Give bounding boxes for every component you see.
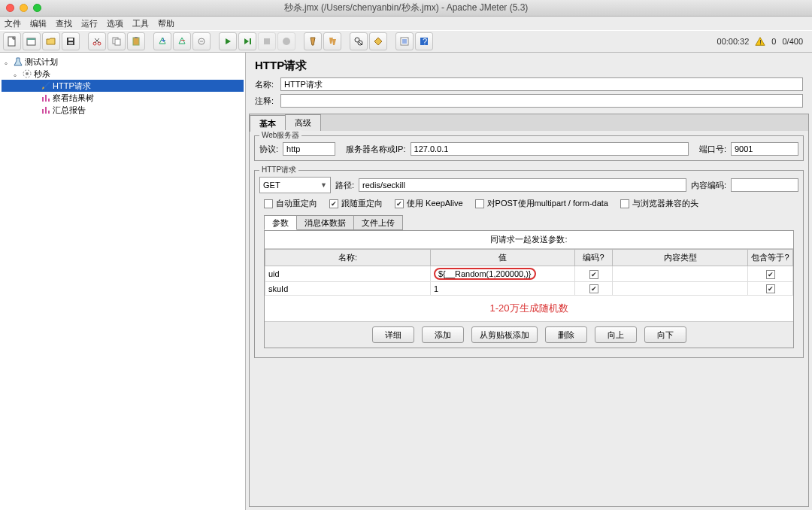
cell-encode[interactable]: ✔	[575, 282, 613, 296]
menu-run[interactable]: 运行	[81, 18, 98, 29]
tab-basic[interactable]: 基本	[250, 115, 286, 132]
new-button[interactable]	[3, 32, 21, 50]
window-title: 秒杀.jmx (/Users/chenyanbin/秒杀.jmx) - Apac…	[0, 2, 812, 14]
copy-button[interactable]	[108, 32, 126, 50]
toggle-button[interactable]	[192, 32, 211, 50]
warning-icon: !	[755, 36, 765, 47]
svg-text:−: −	[180, 36, 185, 44]
fieldset-webserver: Web服务器 协议: 服务器名称或IP: 端口号:	[254, 135, 804, 161]
tree-toggle-icon[interactable]: ◦	[14, 71, 20, 77]
cell-include[interactable]: ✔	[748, 266, 793, 282]
function-helper-button[interactable]	[395, 32, 414, 50]
cell-ctype[interactable]	[613, 266, 748, 282]
inner-tabs: 参数 消息体数据 文件上传	[264, 215, 794, 230]
cut-button[interactable]	[88, 32, 106, 50]
cell-name[interactable]: uid	[265, 266, 431, 282]
auto-redirect-checkbox[interactable]	[264, 199, 273, 208]
start-button[interactable]	[219, 32, 237, 50]
comment-input[interactable]	[280, 94, 803, 108]
detail-button[interactable]: 详细	[372, 326, 414, 343]
cell-ctype[interactable]	[613, 282, 748, 296]
svg-rect-5	[68, 42, 73, 44]
table-row[interactable]: uid ${__Random(1,200000,)} ✔ ✔	[265, 266, 793, 282]
tab-body[interactable]: 消息体数据	[296, 215, 354, 230]
menu-help[interactable]: 帮助	[158, 18, 174, 29]
expand-button[interactable]: +	[153, 32, 171, 50]
cell-include[interactable]: ✔	[748, 282, 793, 296]
tab-params[interactable]: 参数	[264, 215, 297, 230]
col-name[interactable]: 名称:	[265, 250, 431, 266]
table-row[interactable]: skuId 1 ✔ ✔	[265, 282, 793, 296]
encoding-input[interactable]	[731, 178, 798, 192]
menu-search[interactable]: 查找	[56, 18, 72, 29]
open-button[interactable]	[42, 32, 60, 50]
help-button[interactable]: ?	[415, 32, 433, 50]
port-input[interactable]	[731, 142, 798, 156]
reset-search-button[interactable]	[369, 32, 387, 50]
paste-button[interactable]	[127, 32, 145, 50]
cell-encode[interactable]: ✔	[575, 266, 613, 282]
up-button[interactable]: 向上	[595, 326, 637, 343]
method-select[interactable]: GET ▼	[259, 177, 331, 193]
save-button[interactable]	[62, 32, 80, 50]
protocol-input[interactable]	[283, 142, 335, 156]
col-value[interactable]: 值	[431, 250, 575, 266]
col-include[interactable]: 包含等于?	[748, 250, 793, 266]
cell-value[interactable]: ${__Random(1,200000,)}	[431, 266, 575, 282]
tree-http-label: HTTP请求	[53, 80, 91, 92]
name-input[interactable]	[280, 77, 803, 91]
tree-summary[interactable]: 汇总报告	[2, 104, 244, 116]
keepalive-checkbox[interactable]: ✔	[395, 199, 404, 208]
server-input[interactable]	[411, 142, 689, 156]
titlebar: 秒杀.jmx (/Users/chenyanbin/秒杀.jmx) - Apac…	[0, 0, 812, 17]
svg-rect-4	[68, 38, 73, 41]
follow-redirect-checkbox[interactable]: ✔	[329, 199, 338, 208]
add-button[interactable]: 添加	[422, 326, 464, 343]
cell-name[interactable]: skuId	[265, 282, 431, 296]
tab-advanced[interactable]: 高级	[285, 114, 321, 131]
tree-threadgroup[interactable]: ◦ 秒杀	[2, 68, 244, 80]
clear-button[interactable]	[304, 32, 322, 50]
status-bar: 00:00:32 ! 0 0/400	[717, 36, 809, 47]
svg-rect-11	[135, 37, 138, 38]
keepalive-label: 使用 KeepAlive	[407, 198, 463, 209]
start-notimers-button[interactable]	[238, 32, 256, 50]
svg-rect-16	[264, 38, 270, 44]
chevron-down-icon: ▼	[320, 181, 327, 189]
multipart-checkbox[interactable]	[475, 199, 484, 208]
cell-value[interactable]: 1	[431, 282, 575, 296]
menu-edit[interactable]: 编辑	[30, 18, 47, 29]
svg-rect-29	[42, 109, 44, 114]
templates-button[interactable]	[23, 32, 41, 50]
col-encode[interactable]: 编码?	[575, 250, 613, 266]
thread-count: 0/400	[782, 37, 803, 46]
down-button[interactable]: 向下	[644, 326, 686, 343]
browser-compat-checkbox[interactable]	[620, 199, 629, 208]
tree-toggle-icon[interactable]: ◦	[5, 59, 11, 65]
shutdown-button[interactable]	[277, 32, 295, 50]
tree-root[interactable]: ◦ 测试计划	[2, 56, 244, 68]
clear-all-button[interactable]	[323, 32, 341, 50]
path-input[interactable]	[359, 178, 686, 192]
tree-results-label: 察看结果树	[53, 93, 94, 104]
svg-rect-30	[45, 107, 47, 114]
clipboard-add-button[interactable]: 从剪贴板添加	[471, 326, 538, 343]
elapsed-time: 00:00:32	[717, 37, 750, 46]
menu-options[interactable]: 选项	[107, 18, 123, 29]
delete-button[interactable]: 删除	[545, 326, 587, 343]
stop-button[interactable]	[258, 32, 276, 50]
browser-compat-label: 与浏览器兼容的头	[632, 198, 698, 209]
testplan-icon	[13, 56, 23, 67]
menu-file[interactable]: 文件	[5, 18, 21, 29]
svg-rect-31	[48, 111, 50, 114]
col-ctype[interactable]: 内容类型	[613, 250, 748, 266]
tab-files[interactable]: 文件上传	[353, 215, 403, 230]
menu-tools[interactable]: 工具	[132, 18, 149, 29]
comment-label: 注释:	[255, 96, 276, 107]
search-button[interactable]	[350, 32, 368, 50]
threadgroup-icon	[22, 68, 32, 79]
panel-title: HTTP请求	[249, 54, 809, 76]
tree-view-results[interactable]: 察看结果树	[2, 92, 244, 104]
tree-http-request[interactable]: HTTP请求	[2, 80, 244, 92]
collapse-button[interactable]: −	[173, 32, 191, 50]
